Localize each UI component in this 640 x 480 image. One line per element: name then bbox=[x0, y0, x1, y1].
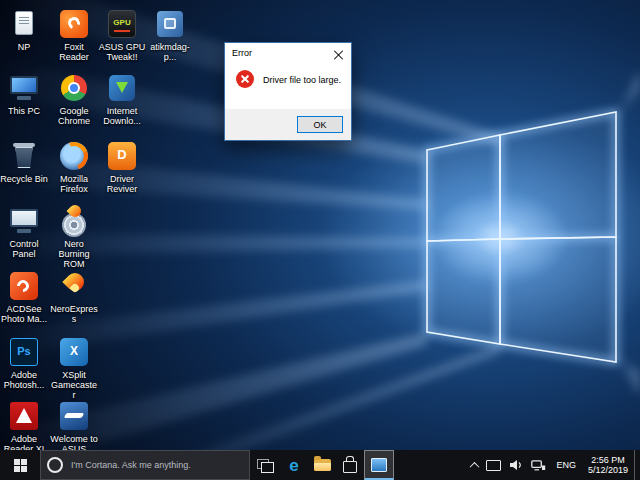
xsplit-gamecaster-icon: X bbox=[57, 336, 91, 368]
dialog-body: Driver file too large. bbox=[225, 63, 351, 109]
internet-download-icon bbox=[105, 72, 139, 104]
desktop-icon-label: Internet Downlo... bbox=[98, 106, 146, 126]
error-icon bbox=[236, 70, 254, 88]
desktop-icon-driver-reviver[interactable]: DDriver Reviver bbox=[98, 140, 146, 194]
desktop-icon-label: NP bbox=[0, 42, 48, 52]
desktop-icon-label: ACDSee Photo Ma... bbox=[0, 304, 48, 324]
desktop-icon-recycle-bin[interactable]: Recycle Bin bbox=[0, 140, 48, 184]
mozilla-firefox-icon bbox=[57, 140, 91, 172]
driver-reviver-icon-text: D bbox=[105, 147, 139, 162]
desktop-icon-label: NeroExpress bbox=[50, 304, 98, 324]
desktop-icon-nero-burning-rom[interactable]: Nero Burning ROM bbox=[50, 205, 98, 269]
desktop-icon-label: Google Chrome bbox=[50, 106, 98, 126]
store-button[interactable] bbox=[336, 450, 364, 480]
cortana-search-box[interactable] bbox=[40, 450, 250, 480]
adobe-reader-xi-icon bbox=[7, 400, 41, 432]
desktop-icon-acdsee-photo-manager[interactable]: ACDSee Photo Ma... bbox=[0, 270, 48, 324]
desktop-icon-label: This PC bbox=[0, 106, 48, 116]
control-panel-icon bbox=[7, 205, 41, 237]
desktop-icon-adobe-reader-xi[interactable]: Adobe Reader XI bbox=[0, 400, 48, 454]
google-chrome-icon bbox=[57, 72, 91, 104]
file-explorer-button[interactable] bbox=[308, 450, 336, 480]
welcome-to-asus-icon bbox=[57, 400, 91, 432]
recycle-bin-icon bbox=[7, 140, 41, 172]
desktop-icon-label: XSplit Gamecaster bbox=[50, 370, 98, 400]
cortana-icon bbox=[47, 457, 63, 473]
desktop-icon-mozilla-firefox[interactable]: Mozilla Firefox bbox=[50, 140, 98, 194]
clock[interactable]: 2:56 PM 5/12/2019 bbox=[582, 455, 634, 475]
asus-gpu-tweak-icon: GPU bbox=[105, 8, 139, 40]
desktop-icon-label: Foxit Reader bbox=[50, 42, 98, 62]
taskbar: e bbox=[0, 450, 640, 480]
desktop-icon-label: ASUS GPU Tweak!! bbox=[98, 42, 146, 62]
folder-icon bbox=[314, 459, 331, 471]
close-icon bbox=[334, 49, 343, 58]
desktop-icon-asus-gpu-tweak[interactable]: GPUASUS GPU Tweak!! bbox=[98, 8, 146, 62]
desktop-icon-neroexpress[interactable]: NeroExpress bbox=[50, 270, 98, 324]
asus-gpu-tweak-icon-text: GPU bbox=[105, 18, 139, 27]
task-view-icon bbox=[257, 459, 273, 472]
nero-burning-rom-icon bbox=[57, 205, 91, 237]
ok-button[interactable]: OK bbox=[297, 116, 343, 133]
speaker-icon bbox=[509, 459, 523, 471]
desktop-icon-label: Driver Reviver bbox=[98, 174, 146, 194]
desktop-icon-label: atikmdag-p... bbox=[146, 42, 194, 62]
desktop-icon-control-panel[interactable]: Control Panel bbox=[0, 205, 48, 259]
dialog-message: Driver file too large. bbox=[263, 75, 341, 85]
active-app-button[interactable] bbox=[364, 450, 394, 480]
clock-time: 2:56 PM bbox=[588, 455, 628, 465]
desktop-icon-this-pc[interactable]: This PC bbox=[0, 72, 48, 116]
task-view-button[interactable] bbox=[250, 450, 280, 480]
edge-button[interactable]: e bbox=[280, 450, 308, 480]
tray-expand-button[interactable] bbox=[467, 450, 482, 480]
edge-icon: e bbox=[289, 457, 298, 474]
app-window-icon bbox=[371, 458, 387, 472]
dialog-titlebar[interactable]: Error bbox=[225, 43, 351, 63]
volume-button[interactable] bbox=[505, 450, 527, 480]
network-icon bbox=[531, 459, 546, 471]
desktop-icon-foxit-reader[interactable]: Foxit Reader bbox=[50, 8, 98, 62]
desktop-icon-label: Nero Burning ROM bbox=[50, 239, 98, 269]
desktop-icon-label: Adobe Photosh... bbox=[0, 370, 48, 390]
driver-reviver-icon: D bbox=[105, 140, 139, 172]
desktop-icon-xsplit-gamecaster[interactable]: XXSplit Gamecaster bbox=[50, 336, 98, 400]
system-tray: ENG 2:56 PM 5/12/2019 bbox=[467, 450, 640, 480]
chevron-up-icon bbox=[470, 461, 480, 471]
display-icon bbox=[486, 460, 501, 471]
clock-date: 5/12/2019 bbox=[588, 465, 628, 475]
neroexpress-icon bbox=[57, 270, 91, 302]
dialog-footer: OK bbox=[225, 109, 351, 140]
this-pc-icon bbox=[7, 72, 41, 104]
search-input[interactable] bbox=[69, 459, 243, 471]
language-indicator[interactable]: ENG bbox=[550, 460, 582, 470]
windows-logo-icon bbox=[14, 459, 27, 472]
network-button[interactable] bbox=[527, 450, 550, 480]
windows-desktop: NPFoxit ReaderGPUASUS GPU Tweak!!atikmda… bbox=[0, 0, 640, 480]
error-dialog: Error Driver file too large. OK bbox=[224, 42, 352, 141]
desktop-icon-internet-download[interactable]: Internet Downlo... bbox=[98, 72, 146, 126]
np-icon bbox=[7, 8, 41, 40]
desktop-icon-google-chrome[interactable]: Google Chrome bbox=[50, 72, 98, 126]
tray-display-button[interactable] bbox=[482, 450, 505, 480]
adobe-photoshop-icon-text: Ps bbox=[7, 345, 41, 357]
desktop-icon-adobe-photoshop[interactable]: PsAdobe Photosh... bbox=[0, 336, 48, 390]
xsplit-gamecaster-icon-text: X bbox=[57, 344, 91, 358]
desktop-icon-label: Mozilla Firefox bbox=[50, 174, 98, 194]
foxit-reader-icon bbox=[57, 8, 91, 40]
close-button[interactable] bbox=[326, 43, 351, 63]
show-desktop-button[interactable] bbox=[634, 450, 640, 480]
dialog-title: Error bbox=[232, 48, 252, 58]
desktop-icon-atikmdag-patcher[interactable]: atikmdag-p... bbox=[146, 8, 194, 62]
start-button[interactable] bbox=[0, 450, 40, 480]
adobe-photoshop-icon: Ps bbox=[7, 336, 41, 368]
desktop-icon-label: Control Panel bbox=[0, 239, 48, 259]
atikmdag-patcher-icon bbox=[153, 8, 187, 40]
shopping-bag-icon bbox=[343, 461, 357, 473]
acdsee-photo-manager-icon bbox=[7, 270, 41, 302]
desktop-icon-label: Recycle Bin bbox=[0, 174, 48, 184]
desktop-icon-np[interactable]: NP bbox=[0, 8, 48, 52]
